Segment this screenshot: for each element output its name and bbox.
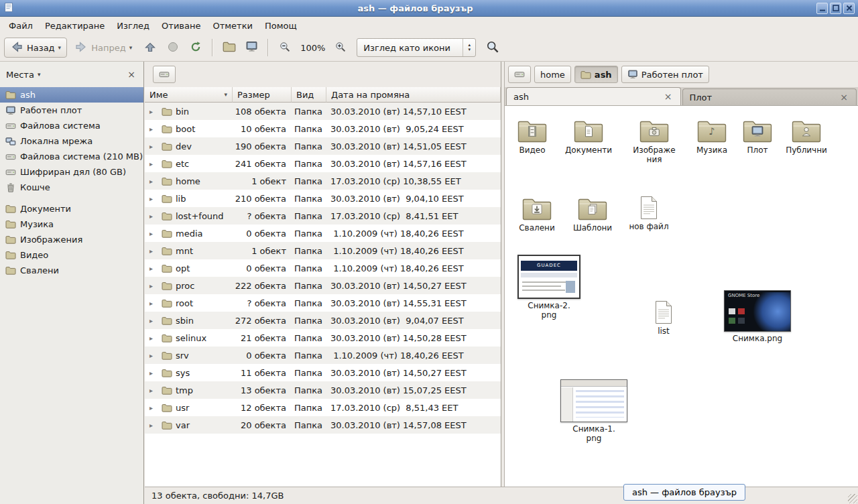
path-button-root[interactable] — [508, 66, 531, 83]
sidebar-item[interactable]: Документи — [0, 201, 143, 216]
path-button[interactable]: home — [534, 66, 571, 83]
icon-item[interactable]: list — [633, 300, 694, 336]
places-dropdown-icon[interactable]: ▾ — [38, 71, 41, 78]
expander-icon[interactable]: ▸ — [149, 300, 158, 307]
tab-close-icon[interactable]: × — [839, 92, 849, 103]
path-button[interactable]: ash — [574, 66, 618, 83]
expander-icon[interactable]: ▸ — [149, 178, 158, 185]
file-row[interactable]: ▸selinux21 обектаПапка30.03.2010 (вт) 14… — [145, 329, 501, 346]
file-row[interactable]: ▸opt0 обектаПапка 1.10.2009 (чт) 18,40,2… — [145, 259, 501, 277]
view-mode-combobox[interactable]: Изглед като икони ▴ ▾ — [357, 38, 476, 57]
icon-item[interactable]: Шаблони — [562, 196, 623, 233]
menu-item[interactable]: Отиване — [156, 18, 206, 34]
stop-button[interactable] — [162, 38, 184, 58]
expander-icon[interactable]: ▸ — [149, 212, 158, 220]
sidebar-item[interactable]: Файлова система — [0, 118, 143, 133]
menu-item[interactable]: Помощ — [259, 18, 303, 34]
expander-icon[interactable]: ▸ — [149, 265, 158, 272]
search-button[interactable] — [481, 38, 504, 58]
expander-icon[interactable]: ▸ — [149, 160, 158, 168]
column-header[interactable]: Дата на промяна — [326, 87, 501, 103]
up-button[interactable] — [139, 38, 161, 58]
file-row[interactable]: ▸sys11 обектаПапка30.03.2010 (вт) 14,50,… — [145, 364, 501, 381]
icon-item[interactable]: Свалени — [506, 196, 568, 233]
places-close-icon[interactable]: × — [125, 69, 137, 80]
zoom-in-button[interactable] — [330, 38, 351, 58]
expander-icon[interactable]: ▸ — [149, 422, 158, 429]
close-button[interactable] — [843, 3, 855, 14]
maximize-button[interactable] — [830, 3, 841, 14]
expander-icon[interactable]: ▸ — [149, 143, 158, 150]
sidebar-item[interactable]: Видео — [0, 247, 143, 263]
tab[interactable]: Плот× — [682, 88, 857, 105]
expander-icon[interactable]: ▸ — [149, 352, 158, 359]
combo-spinner[interactable]: ▴ ▾ — [463, 39, 475, 56]
zoom-out-button[interactable] — [274, 38, 296, 58]
column-header[interactable]: Вид — [292, 87, 326, 103]
icon-item[interactable]: Видео — [505, 118, 563, 155]
reload-button[interactable] — [185, 38, 206, 58]
sidebar-item[interactable]: Музика — [0, 216, 143, 232]
sidebar-item[interactable]: Файлова система (210 MB) — [0, 149, 143, 164]
expander-icon[interactable]: ▸ — [149, 404, 158, 412]
expander-icon[interactable]: ▸ — [149, 125, 158, 133]
file-row[interactable]: ▸lib210 обектаПапка30.03.2010 (вт) 9,04,… — [145, 190, 501, 207]
file-row[interactable]: ▸lost+found? обектаПапка17.03.2010 (ср) … — [145, 207, 501, 225]
column-header[interactable]: Име▾ — [145, 87, 233, 103]
file-row[interactable]: ▸media0 обектаПапка 1.10.2009 (чт) 18,40… — [145, 225, 501, 242]
resize-grip[interactable] — [848, 494, 857, 503]
expander-icon[interactable]: ▸ — [149, 282, 158, 290]
tab-close-icon[interactable]: × — [663, 91, 674, 102]
file-row[interactable]: ▸proc222 обектаПапка30.03.2010 (вт) 14,5… — [145, 277, 501, 294]
forward-button[interactable]: Напред ▾ — [68, 38, 138, 58]
file-row[interactable]: ▸mnt1 обектПапка 1.10.2009 (чт) 18,40,26… — [145, 242, 501, 259]
file-row[interactable]: ▸dev190 обектаПапка30.03.2010 (вт) 14,51… — [145, 137, 501, 155]
file-row[interactable]: ▸home1 обектПапка17.03.2010 (ср) 10,38,5… — [145, 172, 501, 190]
icon-item[interactable]: нов файл — [618, 196, 680, 231]
icon-item[interactable]: Документи — [558, 118, 619, 155]
titlebar[interactable]: ash — файлов браузър — [0, 0, 858, 17]
path-button[interactable]: Работен плот — [621, 66, 709, 83]
file-row[interactable]: ▸root? обектаПапка30.03.2010 (вт) 14,55,… — [145, 294, 501, 312]
expander-icon[interactable]: ▸ — [149, 387, 158, 394]
file-row[interactable]: ▸var20 обектаПапка30.03.2010 (вт) 14,57,… — [145, 416, 501, 434]
icon-item[interactable]: Публични — [776, 118, 837, 155]
minimize-button[interactable] — [816, 3, 828, 14]
icon-item[interactable]: GNOME StoreСнимка.png — [727, 290, 788, 343]
menu-item[interactable]: Редактиране — [39, 18, 111, 34]
file-row[interactable]: ▸usr12 обектаПапка17.03.2010 (ср) 8,51,4… — [145, 399, 501, 416]
expander-icon[interactable]: ▸ — [149, 334, 158, 342]
sidebar-item[interactable]: Работен плот — [0, 103, 143, 118]
expander-icon[interactable]: ▸ — [149, 369, 158, 377]
expander-icon[interactable]: ▸ — [149, 108, 158, 115]
sidebar-item[interactable]: Локална мрежа — [0, 133, 143, 149]
file-row[interactable]: ▸bin108 обектаПапка30.03.2010 (вт) 14,57… — [145, 103, 501, 120]
menu-item[interactable]: Отметки — [206, 18, 258, 34]
icon-item[interactable]: Изображения — [623, 118, 685, 164]
back-button[interactable]: Назад ▾ — [4, 38, 67, 58]
icon-view[interactable]: ВидеоДокументиИзображения♪МузикаПлотПубл… — [505, 106, 858, 487]
expander-icon[interactable]: ▸ — [149, 317, 158, 324]
file-row[interactable]: ▸tmp13 обектаПапка30.03.2010 (вт) 15,07,… — [145, 381, 501, 399]
file-row[interactable]: ▸etc241 обектаПапка30.03.2010 (вт) 14,57… — [145, 155, 501, 172]
tab[interactable]: ash× — [506, 87, 681, 105]
menu-item[interactable]: Изглед — [111, 18, 156, 34]
sidebar-item[interactable]: Изображения — [0, 232, 143, 247]
home-button[interactable] — [219, 38, 240, 58]
expander-icon[interactable]: ▸ — [149, 195, 158, 202]
file-row[interactable]: ▸srv0 обектаПапка 1.10.2009 (чт) 18,40,2… — [145, 346, 501, 364]
file-row[interactable]: ▸sbin272 обектаПапка30.03.2010 (вт) 9,04… — [145, 312, 501, 329]
sidebar-item[interactable]: Кошче — [0, 180, 143, 195]
path-button-root[interactable] — [153, 66, 176, 83]
sidebar-item[interactable]: Свалени — [0, 263, 143, 278]
icon-item[interactable]: GUADECСнимка-2.png — [518, 255, 580, 320]
column-header[interactable]: Размер — [233, 87, 292, 103]
menu-item[interactable]: Файл — [3, 18, 39, 34]
taskbar-window-button[interactable]: ash — файлов браузър — [623, 484, 745, 501]
icon-item[interactable]: Снимка-1.png — [563, 379, 625, 443]
expander-icon[interactable]: ▸ — [149, 247, 158, 255]
sidebar-item[interactable]: ash — [0, 87, 143, 103]
expander-icon[interactable]: ▸ — [149, 230, 158, 237]
file-row[interactable]: ▸boot10 обектаПапка30.03.2010 (вт) 9,05,… — [145, 120, 501, 137]
sidebar-item[interactable]: Шифриран дял (80 GB) — [0, 164, 143, 180]
